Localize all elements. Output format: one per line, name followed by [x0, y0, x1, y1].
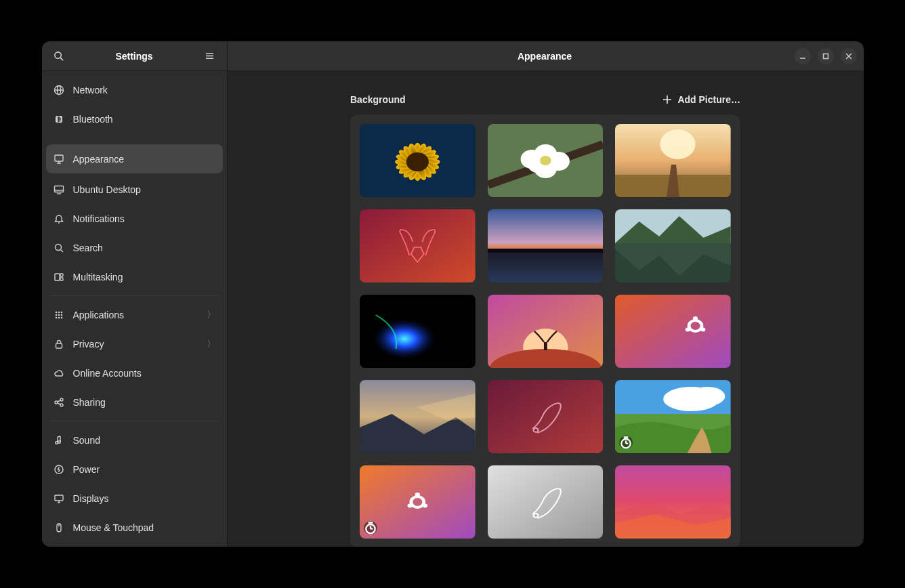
add-picture-label: Add Picture… — [677, 94, 740, 105]
sidebar-item-label: Network — [73, 85, 108, 96]
svg-point-31 — [60, 404, 63, 406]
svg-point-79 — [660, 129, 696, 159]
main-content: Background Add Picture… — [228, 71, 864, 547]
sidebar-item-appearance[interactable]: Appearance — [46, 144, 223, 173]
svg-point-116 — [415, 492, 420, 497]
minimize-icon — [799, 53, 806, 60]
sidebar-item-network[interactable]: Network — [42, 75, 227, 104]
svg-line-15 — [60, 249, 63, 252]
main-panel: Appearance Background Add Picture… — [228, 41, 864, 547]
wallpaper-kudu-red[interactable] — [360, 209, 476, 282]
plus-icon — [662, 95, 672, 104]
sidebar-item-label: Multitasking — [73, 272, 123, 282]
svg-rect-104 — [488, 380, 604, 453]
svg-rect-84 — [488, 249, 604, 253]
sidebar-item-online-accounts[interactable]: Online Accounts — [42, 358, 227, 387]
minimize-button[interactable] — [795, 48, 811, 64]
svg-point-26 — [58, 316, 60, 318]
svg-point-34 — [55, 441, 58, 444]
menu-button[interactable] — [200, 46, 220, 66]
globe-icon — [53, 84, 65, 96]
svg-rect-123 — [488, 465, 604, 539]
wallpaper-kudu-grey[interactable] — [488, 465, 604, 539]
sidebar-item-label: Sound — [73, 435, 100, 446]
mouse-icon — [53, 522, 65, 534]
wallpaper-kudu-maroon[interactable] — [488, 380, 604, 453]
maximize-button[interactable] — [818, 48, 834, 64]
sidebar-item-power[interactable]: Power — [42, 455, 227, 484]
add-picture-button[interactable]: Add Picture… — [662, 94, 740, 105]
svg-point-14 — [55, 244, 61, 250]
wallpaper-lake-sunset[interactable] — [488, 209, 604, 282]
svg-rect-96 — [615, 295, 731, 368]
sidebar-item-label: Privacy — [73, 339, 104, 350]
svg-point-23 — [58, 314, 60, 316]
sidebar-item-mouse-touchpad[interactable]: Mouse & Touchpad — [42, 513, 227, 542]
multitask-icon — [53, 271, 65, 283]
sidebar: Settings NetworkBluetoothAppearanceUbunt… — [42, 41, 228, 547]
sidebar-item-sharing[interactable]: Sharing — [42, 387, 227, 417]
background-label: Background — [350, 94, 406, 105]
paintbrush-icon — [53, 153, 65, 165]
svg-point-100 — [686, 328, 690, 332]
sidebar-item-displays[interactable]: Displays — [42, 484, 227, 513]
svg-point-24 — [60, 314, 62, 316]
lock-icon — [53, 338, 65, 350]
wallpaper-boardwalk-sunset[interactable] — [615, 124, 731, 197]
sidebar-item-label: Appearance — [73, 154, 125, 165]
svg-point-108 — [690, 387, 725, 406]
sidebar-item-privacy[interactable]: Privacy〉 — [42, 329, 227, 358]
svg-line-33 — [57, 403, 60, 404]
wallpaper-grid — [360, 124, 731, 539]
svg-point-25 — [55, 316, 57, 318]
sidebar-item-notifications[interactable]: Notifications — [42, 204, 227, 233]
wallpaper-mountain-lake[interactable] — [615, 209, 731, 282]
svg-point-98 — [693, 316, 698, 320]
power-icon — [53, 463, 65, 476]
svg-point-29 — [55, 401, 58, 404]
sidebar-item-bluetooth[interactable]: Bluetooth — [42, 104, 227, 133]
wallpaper-kudu-sunset[interactable] — [488, 295, 604, 368]
svg-point-20 — [58, 311, 60, 313]
wallpaper-green-hills[interactable] — [615, 380, 731, 453]
chevron-right-icon: 〉 — [207, 309, 216, 321]
svg-point-99 — [701, 328, 706, 332]
svg-point-69 — [406, 152, 429, 171]
sidebar-item-sound[interactable]: Sound — [42, 425, 227, 455]
search-icon — [54, 51, 64, 61]
wallpaper-yellow-flower[interactable] — [360, 124, 476, 197]
monitor-icon — [53, 492, 65, 505]
wallpaper-ubuntu-gradient-pink[interactable] — [615, 295, 731, 368]
svg-point-77 — [540, 156, 551, 165]
sidebar-item-label: Ubuntu Desktop — [73, 184, 141, 195]
bell-icon — [53, 213, 65, 225]
cloud-icon — [53, 367, 65, 379]
wallpaper-mountain-rays[interactable] — [360, 380, 476, 453]
svg-rect-37 — [55, 495, 63, 501]
search-icon — [53, 242, 65, 254]
chevron-right-icon: 〉 — [207, 338, 216, 350]
wallpaper-ubuntu-gradient-orange[interactable] — [360, 465, 476, 539]
time-badge-icon — [364, 521, 377, 534]
background-header: Background Add Picture… — [350, 94, 740, 105]
close-button[interactable] — [841, 48, 857, 64]
bluetooth-icon — [53, 113, 65, 125]
svg-point-27 — [60, 316, 62, 318]
sidebar-item-applications[interactable]: Applications〉 — [42, 300, 227, 329]
hamburger-icon — [205, 51, 215, 61]
svg-line-1 — [60, 58, 63, 60]
wallpaper-white-blossom[interactable] — [488, 124, 604, 197]
svg-rect-28 — [56, 343, 62, 348]
svg-point-21 — [60, 311, 62, 313]
wallpaper-pink-orange-gradient[interactable] — [615, 465, 731, 539]
sidebar-item-label: Applications — [73, 310, 125, 320]
sidebar-item-search[interactable]: Search — [42, 233, 227, 262]
wallpaper-blue-plasma[interactable] — [360, 295, 476, 368]
svg-rect-43 — [823, 54, 828, 58]
svg-rect-17 — [60, 274, 63, 276]
search-button[interactable] — [49, 46, 69, 66]
sidebar-item-multitasking[interactable]: Multitasking — [42, 262, 227, 291]
sidebar-item-ubuntu-desktop[interactable]: Ubuntu Desktop — [42, 175, 227, 204]
svg-rect-95 — [544, 342, 547, 350]
close-icon — [845, 53, 852, 60]
